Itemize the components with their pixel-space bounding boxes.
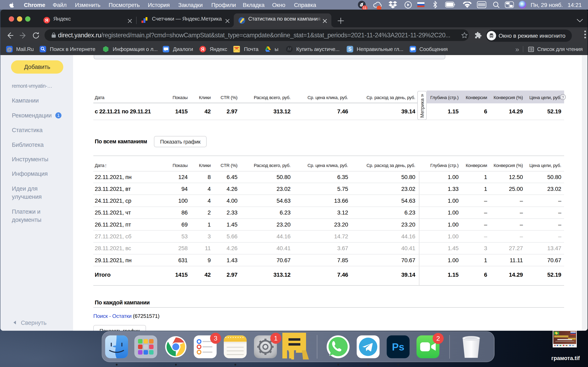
svg-text:Ps: Ps — [392, 341, 404, 353]
